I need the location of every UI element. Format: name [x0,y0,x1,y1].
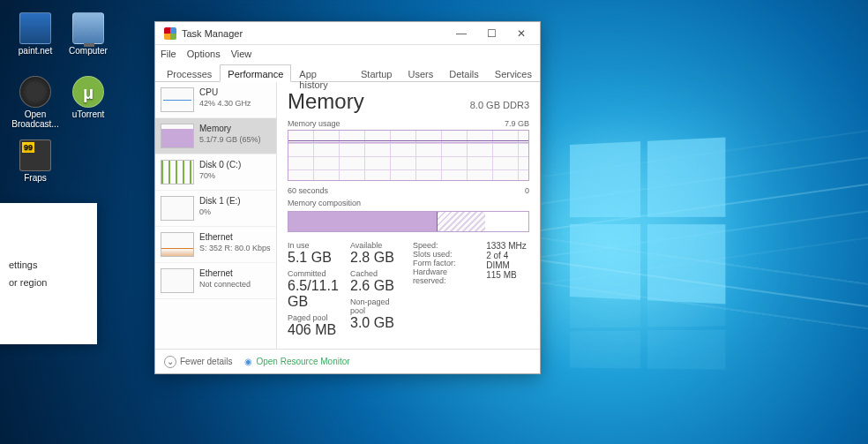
tab-details[interactable]: Details [441,64,487,81]
tab-performance[interactable]: Performance [220,64,291,82]
sidebar-item-stat: 42% 4.30 GHz [199,99,251,109]
computer-icon [72,12,104,44]
desktop-icon-label: Fraps [24,173,47,183]
stat-value: 2.8 GB [350,250,404,266]
xaxis-left: 60 seconds [288,186,328,195]
menu-options[interactable]: Options [187,49,221,59]
sidebar-item-label: Ethernet [199,232,271,244]
stat-value: 6.5/11.1 GB [288,278,341,310]
footer: Fewer details Open Resource Monitor [155,349,540,373]
stat-value: 1333 MHz [486,241,529,251]
stat-label: Paged pool [288,313,341,322]
desktop-icon-label: Open Broadcast... [11,109,58,129]
stat-label: Committed [288,269,341,278]
stat-value: 3.0 GB [350,315,404,331]
sidebar-item-stat: S: 352 R: 80.0 Kbps [199,244,271,253]
tab-services[interactable]: Services [487,64,540,81]
disk-thumb-icon [161,160,194,184]
memory-usage-graph[interactable] [288,130,529,181]
xaxis-right: 0 [525,186,529,195]
cpu-thumb-icon [161,87,194,112]
composition-inuse [288,212,438,231]
close-button[interactable]: ✕ [506,24,536,43]
open-resource-monitor-link[interactable]: Open Resource Monitor [244,357,349,366]
sidebar-item-disk1[interactable]: Disk 1 (E:)0% [155,191,276,227]
sidebar-item-cpu[interactable]: CPU42% 4.30 GHz [155,82,276,118]
composition-cached [438,212,485,231]
sidebar-item-label: Memory [199,124,261,135]
tab-processes[interactable]: Processes [159,64,220,81]
memory-composition-bar[interactable] [288,211,529,232]
windows-logo-icon [570,138,725,305]
graph-label-left: Memory usage [288,119,340,128]
desktop-icon-label: paint.net [19,46,52,56]
stat-label: Form factor: [413,259,477,267]
task-manager-icon [164,27,176,40]
sidebar-item-ethernet[interactable]: EthernetS: 352 R: 80.0 Kbps [155,227,276,263]
stat-label: Non-paged pool [350,297,404,315]
tab-app-history[interactable]: App history [291,64,353,81]
ethernet-thumb-icon [161,232,194,257]
desktop-icon-fraps[interactable]: Fraps [11,139,60,183]
stat-value: 2 of 4 [486,251,529,260]
desktop-icon-utorrent[interactable]: uTorrent [64,76,113,119]
tabstrip: Processes Performance App history Startu… [155,63,540,82]
utorrent-icon [72,76,104,108]
settings-window-partial[interactable]: ettings or region [0,203,97,344]
sidebar-item-memory[interactable]: Memory5.1/7.9 GB (65%) [155,118,276,154]
sidebar-item-label: Ethernet [199,268,251,280]
settings-line: or region [9,274,90,291]
detail-subtitle: 8.0 GB DDR3 [470,100,529,110]
disk-thumb-icon [161,196,194,221]
ethernet-thumb-icon [161,268,194,293]
sidebar-item-label: CPU [199,87,251,99]
stat-label: Slots used: [413,250,477,259]
stat-value: 406 MB [288,322,341,338]
fraps-icon [19,139,51,171]
fewer-details-button[interactable]: Fewer details [164,356,232,368]
menu-view[interactable]: View [231,49,252,59]
task-manager-window: Task Manager — ☐ ✕ File Options View Pro… [154,21,541,374]
desktop-icon-label: uTorrent [72,109,105,119]
tab-startup[interactable]: Startup [353,64,400,81]
desktop-icon-paintnet[interactable]: paint.net [11,12,60,56]
menu-file[interactable]: File [161,49,176,59]
stat-label: Cached [350,269,404,278]
sidebar-item-label: Disk 0 (C:) [199,160,241,171]
desktop-icon-label: Computer [69,46,108,56]
stat-value: 115 MB [486,270,529,280]
stat-label: Speed: [413,241,477,250]
sidebar-item-stat: 5.1/7.9 GB (65%) [199,135,261,145]
performance-detail: Memory 8.0 GB DDR3 Memory usage 7.9 GB 6… [277,82,540,349]
stat-value: 5.1 GB [288,250,341,266]
graph-label-right: 7.9 GB [505,119,529,128]
titlebar[interactable]: Task Manager — ☐ ✕ [155,22,540,45]
menubar: File Options View [155,45,540,63]
sidebar-item-disk0[interactable]: Disk 0 (C:)70% [155,154,276,191]
sidebar-item-stat: Not connected [199,280,251,290]
obs-icon [19,76,51,108]
stat-label: Available [350,241,404,250]
sidebar-item-label: Disk 1 (E:) [199,196,241,207]
settings-line: ettings [9,256,90,274]
maximize-button[interactable]: ☐ [476,24,506,43]
desktop-icon-obs[interactable]: Open Broadcast... [11,76,60,129]
performance-sidebar: CPU42% 4.30 GHz Memory5.1/7.9 GB (65%) D… [155,82,277,349]
stat-label: In use [288,241,341,250]
stat-label: Hardware reserved: [413,267,477,285]
composition-label: Memory composition [288,199,529,207]
memory-thumb-icon [161,124,194,148]
sidebar-item-stat: 70% [199,171,241,181]
window-title: Task Manager [182,28,446,39]
minimize-button[interactable]: — [446,24,476,43]
sidebar-item-stat: 0% [199,207,241,217]
tab-users[interactable]: Users [400,64,441,81]
detail-title: Memory [288,89,364,114]
desktop-icon-computer[interactable]: Computer [64,12,113,56]
paintnet-icon [19,12,51,44]
composition-free [485,212,528,231]
memory-stats-grid: In use 5.1 GB Committed 6.5/11.1 GB Page… [288,241,529,342]
stat-value: 2.6 GB [350,278,404,294]
stat-value: DIMM [486,260,529,270]
sidebar-item-ethernet-2[interactable]: EthernetNot connected [155,263,276,299]
